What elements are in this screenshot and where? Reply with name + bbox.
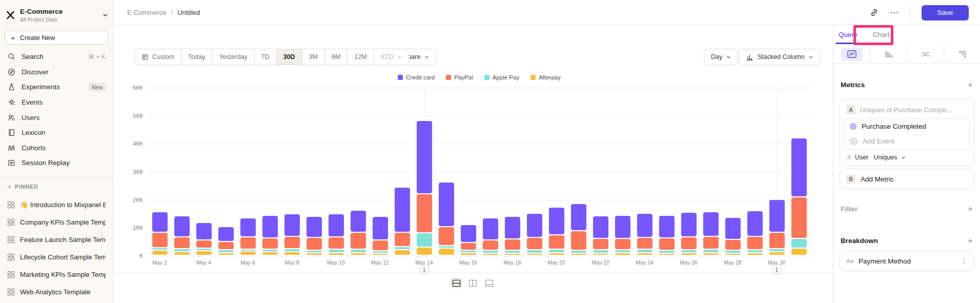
bar-segment-credit-card[interactable] — [769, 200, 785, 232]
bar-segment-credit-card[interactable] — [417, 121, 432, 193]
bar-segment-paypal[interactable] — [351, 233, 366, 249]
bar-segment-apple-pay[interactable] — [747, 250, 763, 252]
tab-insights[interactable] — [833, 45, 870, 63]
date-range-custom[interactable]: Custom — [134, 49, 181, 65]
date-range-today[interactable]: Today — [181, 49, 212, 65]
bar-segment-apple-pay[interactable] — [571, 251, 586, 252]
bar-segment-paypal[interactable] — [527, 238, 542, 249]
bar-segment-afterpay[interactable] — [681, 253, 697, 255]
bar-segment-paypal[interactable] — [505, 239, 520, 250]
layout-rows-button[interactable] — [450, 277, 462, 289]
bar-segment-apple-pay[interactable] — [791, 239, 807, 248]
bar-segment-paypal[interactable] — [218, 242, 234, 249]
bar-segment-afterpay[interactable] — [791, 249, 807, 255]
bar-segment-credit-card[interactable] — [637, 214, 652, 237]
bar-segment-afterpay[interactable] — [615, 253, 630, 255]
project-switcher[interactable]: E-Commerce All Project Data — [5, 5, 108, 25]
measure-aggregation[interactable]: Uniques — [873, 154, 897, 161]
bar-segment-afterpay[interactable] — [637, 253, 652, 255]
bar-segment-apple-pay[interactable] — [373, 251, 388, 253]
bar-segment-credit-card[interactable] — [791, 138, 807, 196]
bar-segment-paypal[interactable] — [461, 243, 476, 250]
bar-segment-apple-pay[interactable] — [218, 250, 234, 252]
add-metric-plus-button[interactable]: + — [968, 80, 973, 89]
pinned-board-item[interactable]: 👋 Introduction to Mixpanel Bo — [0, 196, 113, 213]
date-range-30d[interactable]: 30D — [276, 49, 302, 65]
bar-segment-paypal[interactable] — [549, 235, 564, 249]
bar-segment-apple-pay[interactable] — [593, 250, 608, 253]
bar-segment-paypal[interactable] — [417, 194, 432, 233]
bar-segment-paypal[interactable] — [395, 233, 410, 246]
bar-segment-paypal[interactable] — [769, 233, 785, 248]
bar-segment-paypal[interactable] — [571, 231, 586, 250]
bar-segment-afterpay[interactable] — [307, 253, 322, 255]
bar-segment-apple-pay[interactable] — [329, 250, 344, 252]
bar-segment-credit-card[interactable] — [505, 217, 520, 238]
bar-segment-paypal[interactable] — [196, 240, 212, 247]
bar-segment-apple-pay[interactable] — [659, 251, 675, 252]
bar-segment-paypal[interactable] — [593, 239, 608, 249]
bar-segment-afterpay[interactable] — [571, 254, 586, 255]
bar-segment-afterpay[interactable] — [659, 254, 675, 255]
bar-segment-credit-card[interactable] — [549, 208, 564, 234]
date-range-xtd[interactable]: XTD — [374, 49, 409, 65]
sidebar-item-experiments[interactable]: Experiments New — [0, 79, 113, 95]
bar-segment-credit-card[interactable] — [461, 225, 476, 242]
bar-segment-apple-pay[interactable] — [439, 246, 454, 248]
pinned-board-item[interactable]: Feature Launch Sample Templa — [0, 231, 113, 248]
more-options-button[interactable]: ⋯ — [890, 8, 899, 17]
bar-segment-apple-pay[interactable] — [417, 233, 432, 246]
bar-segment-credit-card[interactable] — [329, 214, 344, 236]
bar-segment-paypal[interactable] — [703, 237, 719, 249]
bar-segment-apple-pay[interactable] — [196, 249, 212, 250]
bar-segment-afterpay[interactable] — [747, 253, 763, 255]
tab-retention[interactable] — [944, 45, 980, 63]
bar-segment-credit-card[interactable] — [615, 216, 630, 238]
bar-segment-apple-pay[interactable] — [395, 247, 410, 250]
bar-segment-paypal[interactable] — [284, 237, 300, 248]
bar-segment-credit-card[interactable] — [439, 183, 454, 226]
bar-segment-apple-pay[interactable] — [240, 250, 256, 251]
bar-segment-afterpay[interactable] — [417, 248, 432, 255]
bar-segment-afterpay[interactable] — [351, 253, 366, 255]
bar-segment-paypal[interactable] — [615, 239, 630, 249]
bar-segment-credit-card[interactable] — [703, 212, 719, 236]
bar-segment-credit-card[interactable] — [373, 217, 388, 239]
bar-segment-credit-card[interactable] — [659, 216, 675, 237]
bar-segment-credit-card[interactable] — [483, 218, 498, 240]
bar-segment-paypal[interactable] — [637, 238, 652, 249]
date-range-3m[interactable]: 3M — [302, 49, 325, 65]
tab-funnels[interactable] — [870, 45, 907, 63]
bar-segment-afterpay[interactable] — [240, 252, 256, 255]
tab-chart[interactable]: Chart — [872, 25, 891, 44]
bar-segment-apple-pay[interactable] — [703, 250, 719, 252]
pinned-board-item[interactable]: Company KPIs Sample Templat — [0, 213, 113, 231]
tab-query[interactable]: Query — [838, 25, 859, 44]
bar-segment-apple-pay[interactable] — [483, 251, 498, 252]
bar-segment-apple-pay[interactable] — [637, 250, 652, 252]
save-button[interactable]: Save — [922, 5, 969, 21]
bar-segment-paypal[interactable] — [240, 237, 256, 249]
bar-segment-credit-card[interactable] — [240, 218, 256, 236]
bar-segment-paypal[interactable] — [791, 197, 807, 238]
bar-segment-apple-pay[interactable] — [307, 251, 322, 252]
layout-columns-button[interactable] — [466, 277, 479, 289]
bar-segment-credit-card[interactable] — [395, 188, 410, 232]
breakdown-options-button[interactable]: ⋮ — [961, 257, 968, 265]
legend-item-afterpay[interactable]: Afterpay — [530, 74, 561, 80]
bar-segment-paypal[interactable] — [307, 238, 322, 250]
bar-segment-apple-pay[interactable] — [351, 250, 366, 252]
breadcrumb-project[interactable]: E-Commerce — [127, 9, 167, 16]
sidebar-item-cohorts[interactable]: Cohorts — [0, 140, 113, 156]
tab-flows[interactable] — [907, 45, 944, 63]
sidebar-item-search[interactable]: Search ⌘ + K — [0, 49, 113, 65]
add-event-row[interactable]: Add Event — [845, 134, 969, 149]
bar-segment-apple-pay[interactable] — [174, 249, 190, 252]
bar-segment-credit-card[interactable] — [351, 211, 366, 232]
bar-segment-paypal[interactable] — [174, 237, 190, 248]
bar-segment-paypal[interactable] — [152, 233, 168, 247]
bar-segment-afterpay[interactable] — [505, 254, 520, 255]
bar-segment-afterpay[interactable] — [461, 253, 476, 255]
copy-link-button[interactable] — [870, 8, 879, 17]
sidebar-item-lexicon[interactable]: Lexicon — [0, 125, 113, 140]
